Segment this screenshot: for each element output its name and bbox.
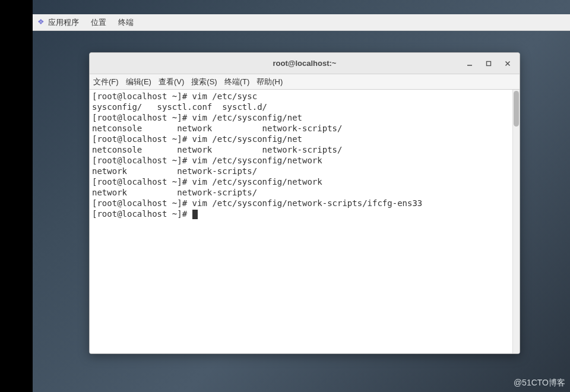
topbar-item-terminal[interactable]: 终端 <box>118 17 134 28</box>
window-controls <box>461 53 516 74</box>
topbar-item-label: 位置 <box>91 17 106 28</box>
window-title: root@localhost:~ <box>90 59 520 68</box>
terminal-area: [root@localhost ~]# vim /etc/sysc syscon… <box>90 90 520 353</box>
maximize-button[interactable] <box>480 56 497 71</box>
watermark: @51CTO博客 <box>514 378 565 388</box>
terminal-output[interactable]: [root@localhost ~]# vim /etc/sysc syscon… <box>90 90 512 353</box>
menu-search[interactable]: 搜索(S) <box>191 77 217 87</box>
terminal-window: root@localhost:~ 文件(F) 编辑(E) 查看(V) 搜索(S)… <box>89 52 520 354</box>
menu-help[interactable]: 帮助(H) <box>256 77 283 87</box>
applications-icon <box>37 18 46 27</box>
left-black-strip <box>0 0 33 392</box>
topbar-item-places[interactable]: 位置 <box>91 17 106 28</box>
topbar-item-applications[interactable]: 应用程序 <box>37 17 79 28</box>
scrollbar-thumb[interactable] <box>514 91 519 127</box>
scrollbar[interactable] <box>512 90 520 353</box>
close-button[interactable] <box>499 56 516 71</box>
svg-rect-1 <box>487 61 491 65</box>
window-menubar: 文件(F) 编辑(E) 查看(V) 搜索(S) 终端(T) 帮助(H) <box>90 74 520 90</box>
minimize-button[interactable] <box>461 56 478 71</box>
menu-edit[interactable]: 编辑(E) <box>126 77 151 87</box>
menu-file[interactable]: 文件(F) <box>93 77 119 87</box>
menu-view[interactable]: 查看(V) <box>159 77 184 87</box>
window-titlebar[interactable]: root@localhost:~ <box>90 53 520 74</box>
menu-terminal[interactable]: 终端(T) <box>224 77 250 87</box>
topbar-item-label: 终端 <box>118 17 134 28</box>
desktop-topbar: 应用程序 位置 终端 <box>33 14 570 31</box>
topbar-item-label: 应用程序 <box>48 17 79 28</box>
terminal-cursor <box>192 210 198 219</box>
